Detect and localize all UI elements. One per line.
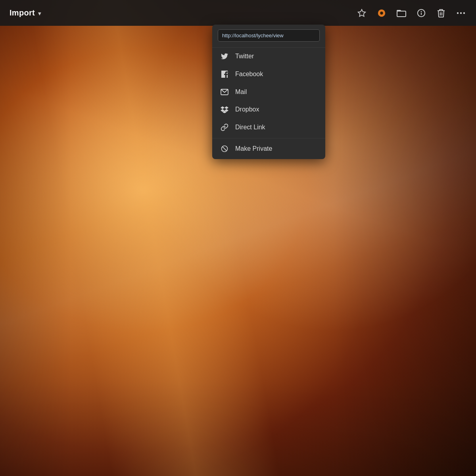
toolbar-right [356,8,466,19]
make-private-label: Make Private [235,145,272,152]
facebook-icon [220,70,229,78]
svg-point-2 [380,12,383,14]
import-chevron: ▾ [38,10,41,17]
direct-link-label: Direct Link [235,124,265,131]
share-make-private[interactable]: Make Private [212,140,325,157]
toolbar: Import ▾ [0,0,476,26]
url-field-container [212,25,325,48]
eye-icon[interactable] [376,8,387,19]
svg-rect-3 [397,11,406,17]
share-dropdown: Twitter Facebook Mail Dropbox [212,25,325,159]
facebook-label: Facebook [235,71,263,78]
twitter-icon [220,53,229,60]
trash-icon[interactable] [436,8,447,19]
mail-icon [220,89,229,95]
svg-point-10 [460,12,462,13]
dropbox-label: Dropbox [235,106,259,113]
ban-icon [220,145,229,152]
svg-line-14 [223,147,227,151]
star-icon[interactable] [356,8,367,19]
import-label: Import [10,8,35,17]
share-mail[interactable]: Mail [212,83,325,101]
more-icon[interactable] [455,8,466,19]
svg-point-11 [463,12,465,13]
share-direct-link[interactable]: Direct Link [212,118,325,136]
mail-label: Mail [235,88,247,96]
share-twitter[interactable]: Twitter [212,48,325,65]
folder-icon[interactable] [396,8,407,19]
link-icon [220,123,229,131]
twitter-label: Twitter [235,53,254,60]
share-facebook[interactable]: Facebook [212,65,325,83]
share-dropbox[interactable]: Dropbox [212,101,325,118]
info-icon[interactable] [416,8,427,19]
menu-divider [212,138,325,138]
url-input[interactable] [218,29,320,42]
svg-point-9 [457,12,459,13]
svg-marker-0 [358,9,365,16]
import-button[interactable]: Import ▾ [10,8,41,17]
dropbox-icon [220,106,229,113]
